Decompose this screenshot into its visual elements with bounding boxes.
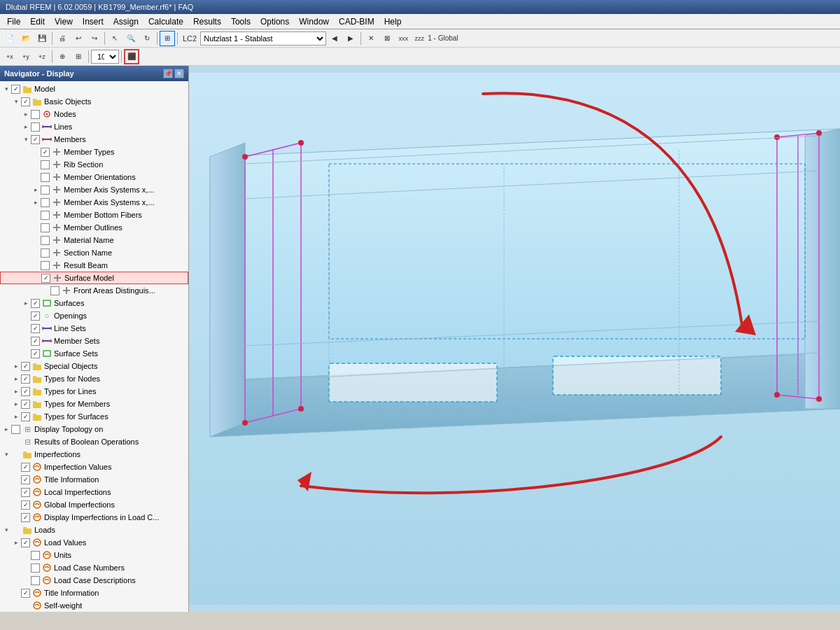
nav-tree[interactable]: ▾ Model▾ Basic Objects▸ Nodes▸ Lines▾ Me… [0, 81, 188, 612]
tree-item-model[interactable]: ▾ Model [0, 83, 188, 95]
expander-memberAxisX1[interactable]: ▸ [31, 185, 41, 195]
expander-typesForNodes[interactable]: ▸ [11, 374, 21, 384]
checkbox-basicObjects[interactable] [21, 97, 30, 106]
checkbox-typesForLines[interactable] [21, 387, 30, 396]
zoom-btn[interactable]: 🔍 [123, 31, 139, 46]
open-btn[interactable]: 📂 [18, 31, 34, 46]
checkbox-lineSets[interactable] [31, 324, 40, 333]
checkbox-loadCaseDescriptions[interactable] [31, 576, 40, 585]
checkbox-titleInfo2[interactable] [21, 589, 30, 598]
expander-nodes[interactable]: ▸ [21, 109, 31, 119]
snap-btn[interactable]: ⊕ [55, 49, 70, 64]
checkbox-titleInfo1[interactable] [21, 475, 30, 484]
display-btn[interactable]: ⬛ [124, 49, 139, 64]
menu-item-help[interactable]: Help [380, 15, 406, 28]
checkbox-typesForMembers[interactable] [21, 400, 30, 409]
checkbox-lines[interactable] [31, 122, 40, 132]
tree-item-titleInfo2[interactable]: Title Information [0, 587, 188, 599]
tree-item-basicObjects[interactable]: ▾ Basic Objects [0, 95, 188, 108]
lc-next-btn[interactable]: ▶ [343, 31, 358, 46]
checkbox-memberTypes[interactable] [41, 148, 50, 157]
checkbox-memberOutlines[interactable] [41, 223, 50, 232]
checkbox-typesForSurfaces[interactable] [21, 412, 30, 421]
tree-item-specialObjects[interactable]: ▸ Special Objects [0, 360, 188, 372]
checkbox-sectionName[interactable] [41, 248, 50, 258]
menu-item-edit[interactable]: Edit [26, 15, 49, 28]
checkbox-memberSets[interactable] [31, 337, 40, 346]
expander-loadValues[interactable]: ▸ [11, 538, 21, 547]
grid-btn[interactable]: ⊞ [71, 49, 86, 64]
menu-item-window[interactable]: Window [295, 15, 333, 28]
tree-item-ribSection[interactable]: Rib Section [0, 158, 188, 171]
menu-item-insert[interactable]: Insert [78, 15, 108, 28]
tree-item-memberAxisX2[interactable]: ▸ Member Axis Systems x,... [0, 196, 188, 209]
rotate-btn[interactable]: ↻ [139, 31, 155, 46]
tree-item-surfaces[interactable]: ▸ Surfaces [0, 297, 188, 309]
tree-item-typesForLines[interactable]: ▸ Types for Lines [0, 385, 188, 398]
tree-item-frontAreasDistinguish[interactable]: Front Areas Distinguis... [0, 284, 188, 297]
expander-loads[interactable]: ▾ [1, 525, 11, 535]
select-btn[interactable]: ↖ [107, 31, 122, 46]
tree-item-members[interactable]: ▾ Members [0, 133, 188, 146]
checkbox-model[interactable] [11, 85, 20, 94]
render-btn[interactable]: ✕ [363, 31, 379, 46]
checkbox-memberAxisX2[interactable] [41, 198, 50, 207]
checkbox-memberAxisX1[interactable] [41, 186, 50, 195]
checkbox-memberBottomFibers[interactable] [41, 211, 50, 220]
axis-x-btn[interactable]: +x [2, 49, 18, 64]
checkbox-nodes[interactable] [31, 110, 40, 119]
redo-btn[interactable]: ↪ [87, 31, 102, 46]
tree-item-loadCaseNumbers[interactable]: Load Case Numbers [0, 561, 188, 574]
checkbox-openings[interactable] [31, 312, 40, 321]
menu-item-cad-bim[interactable]: CAD-BIM [335, 15, 379, 28]
view-z-btn[interactable]: zzz [412, 31, 427, 46]
undo-btn[interactable]: ↩ [71, 31, 86, 46]
expander-memberAxisX2[interactable]: ▸ [31, 197, 41, 207]
expander-typesForSurfaces[interactable]: ▸ [11, 412, 21, 421]
menu-item-view[interactable]: View [50, 15, 77, 28]
checkbox-localImperfections[interactable] [21, 488, 30, 497]
tree-item-globalImperfections[interactable]: Global Imperfections [0, 498, 188, 511]
mesh-btn[interactable]: ⊠ [379, 31, 395, 46]
tree-item-nodes[interactable]: ▸ Nodes [0, 108, 188, 120]
tree-item-loadCaseDescriptions[interactable]: Load Case Descriptions [0, 574, 188, 587]
checkbox-displayTopology[interactable] [11, 425, 20, 434]
tree-item-sectionName[interactable]: Section Name [0, 246, 188, 259]
checkbox-surfaces[interactable] [31, 299, 40, 308]
tree-item-lines[interactable]: ▸ Lines [0, 120, 188, 133]
tree-item-imperfections[interactable]: ▾ Imperfections [0, 448, 188, 461]
tree-item-typesForMembers[interactable]: ▸ Types for Members [0, 398, 188, 410]
checkbox-imperfectionValues[interactable] [21, 463, 30, 472]
viewport[interactable] [189, 66, 840, 612]
tree-item-displayImperfLoad[interactable]: Display Imperfections in Load C... [0, 511, 188, 524]
nav-close-btn[interactable]: ✕ [174, 69, 184, 78]
checkbox-frontAreasDistinguish[interactable] [50, 286, 59, 295]
expander-model[interactable]: ▾ [1, 84, 11, 94]
checkbox-loadValues[interactable] [21, 538, 30, 547]
expander-members[interactable]: ▾ [21, 134, 31, 144]
expander-displayTopology[interactable]: ▸ [1, 424, 11, 434]
menu-item-options[interactable]: Options [256, 15, 293, 28]
tree-item-resultBeam[interactable]: Result Beam [0, 259, 188, 272]
checkbox-members[interactable] [31, 135, 40, 144]
menu-item-results[interactable]: Results [189, 15, 225, 28]
tree-item-titleInfo1[interactable]: Title Information [0, 473, 188, 486]
checkbox-units[interactable] [31, 551, 40, 560]
tree-item-materialName[interactable]: Material Name [0, 234, 188, 246]
expander-lines[interactable]: ▸ [21, 122, 31, 132]
tree-item-memberBottomFibers[interactable]: Member Bottom Fibers [0, 209, 188, 221]
save-btn[interactable]: 💾 [34, 31, 50, 46]
expander-specialObjects[interactable]: ▸ [11, 361, 21, 371]
tree-item-typesForSurfaces[interactable]: ▸ Types for Surfaces [0, 410, 188, 423]
expander-typesForMembers[interactable]: ▸ [11, 399, 21, 409]
tree-item-surfaceSets[interactable]: Surface Sets [0, 347, 188, 360]
tree-item-memberSets[interactable]: Member Sets [0, 335, 188, 347]
checkbox-ribSection[interactable] [41, 160, 50, 169]
checkbox-globalImperfections[interactable] [21, 500, 30, 510]
nav-pin-btn[interactable]: 📌 [163, 69, 173, 78]
tree-item-lineSets[interactable]: Line Sets [0, 322, 188, 335]
view3d-btn[interactable]: ⊞ [160, 31, 175, 46]
checkbox-surfaceModel[interactable] [41, 274, 50, 283]
tree-item-memberTypes[interactable]: Member Types [0, 146, 188, 158]
tree-item-openings[interactable]: ○Openings [0, 309, 188, 322]
